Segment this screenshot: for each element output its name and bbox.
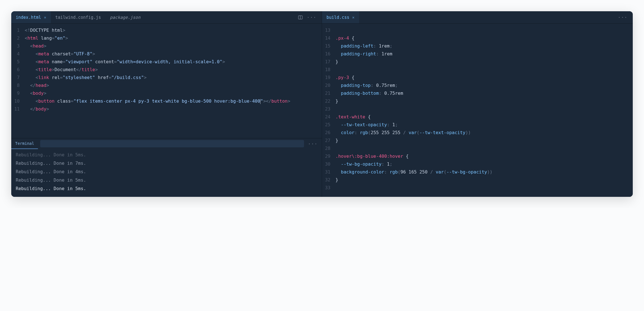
line-number: 9 (11, 89, 25, 97)
right-code-area[interactable]: 1314.px-4 {15 padding-left: 1rem;16 padd… (322, 24, 633, 197)
right-tab-actions: ··· (615, 15, 631, 20)
terminal-output[interactable]: Rebuilding... Done in 5ms.Rebuilding... … (11, 149, 322, 197)
code-content: .px-4 { (335, 34, 633, 42)
line-number: 15 (322, 42, 335, 50)
line-number: 22 (322, 97, 335, 105)
tab-label: tailwind.config.js (55, 15, 101, 20)
code-line: 7 <link rel="stylesheet" href="/build.cs… (11, 74, 322, 82)
code-line: 24.text-white { (322, 113, 633, 121)
tab-label: build.css (326, 15, 349, 20)
code-content: .hover\:bg-blue-400:hover { (335, 152, 633, 160)
terminal-line: Rebuilding... Done in 5ms. (16, 151, 317, 159)
code-line: 27} (322, 137, 633, 145)
code-line: 8 </head> (11, 82, 322, 89)
code-content: } (335, 137, 633, 145)
code-line: 9 <body> (11, 89, 322, 97)
line-number: 27 (322, 137, 335, 145)
code-line: 10 <button class="flex items-center px-4… (11, 97, 322, 105)
code-line: 1<!DOCTYPE html> (11, 26, 322, 34)
code-content: <html lang="en"> (25, 34, 322, 42)
code-line: 4 <meta charset="UTF-8"> (11, 50, 322, 58)
terminal-tab-label: Terminal (15, 141, 34, 146)
terminal-line: Rebuilding... Done in 5ms. (16, 184, 317, 193)
code-line: 31 background-color: rgb(96 165 250 / va… (322, 168, 633, 176)
code-line: 13 (322, 26, 633, 34)
line-number: 5 (11, 58, 25, 66)
line-number: 14 (322, 34, 335, 42)
code-line: 32} (322, 176, 633, 184)
code-line: 33 (322, 184, 633, 192)
code-line: 22} (322, 97, 633, 105)
more-icon[interactable]: ··· (307, 15, 317, 20)
code-content: <head> (25, 42, 322, 50)
line-number: 3 (11, 42, 25, 50)
code-content: } (335, 176, 633, 184)
code-content: <button class="flex items-center px-4 py… (25, 97, 322, 105)
line-number: 24 (322, 113, 335, 121)
code-line: 29.hover\:bg-blue-400:hover { (322, 152, 633, 160)
terminal-line: Rebuilding... Done in 7ms. (16, 159, 317, 168)
code-line: 11 </body> (11, 105, 322, 113)
line-number: 25 (322, 121, 335, 129)
line-number: 20 (322, 82, 335, 89)
close-icon[interactable]: × (44, 15, 46, 20)
line-number: 23 (322, 105, 335, 113)
tab-index-html[interactable]: index.html× (11, 11, 51, 23)
code-content: --tw-bg-opacity: 1; (335, 160, 633, 168)
code-content: .py-3 { (335, 74, 633, 82)
code-line: 23 (322, 105, 633, 113)
line-number: 8 (11, 82, 25, 89)
code-line: 15 padding-left: 1rem; (322, 42, 633, 50)
code-content: </head> (25, 82, 322, 89)
code-line: 18 (322, 66, 633, 74)
tab-label: package.json (110, 15, 140, 20)
more-icon[interactable]: ··· (618, 15, 628, 20)
code-line: 25 --tw-text-opacity: 1; (322, 121, 633, 129)
left-pane: index.html×tailwind.config.jspackage.jso… (11, 11, 322, 197)
code-line: 16 padding-right: 1rem (322, 50, 633, 58)
code-line: 3 <head> (11, 42, 322, 50)
close-icon[interactable]: × (352, 15, 354, 20)
line-number: 29 (322, 152, 335, 160)
line-number: 16 (322, 50, 335, 58)
code-content: } (335, 58, 633, 66)
tab-tailwind-config-js[interactable]: tailwind.config.js (51, 11, 106, 23)
line-number: 6 (11, 66, 25, 74)
line-number: 32 (322, 176, 335, 184)
code-content: color: rgb(255 255 255 / var(--tw-text-o… (335, 129, 633, 137)
left-code-area[interactable]: 1<!DOCTYPE html>2<html lang="en">3 <head… (11, 24, 322, 138)
split-editor-icon[interactable] (298, 15, 303, 20)
code-content: <link rel="stylesheet" href="/build.css"… (25, 74, 322, 82)
terminal-search-input[interactable] (40, 140, 304, 147)
code-line: 2<html lang="en"> (11, 34, 322, 42)
terminal-panel: Terminal ··· Rebuilding... Done in 5ms.R… (11, 138, 322, 197)
line-number: 4 (11, 50, 25, 58)
code-content: <title>Document</title> (25, 66, 322, 74)
line-number: 13 (322, 26, 335, 34)
tab-package-json[interactable]: package.json (105, 11, 145, 23)
line-number: 1 (11, 26, 25, 34)
code-content: padding-left: 1rem; (335, 42, 633, 50)
code-line: 6 <title>Document</title> (11, 66, 322, 74)
right-pane: build.css× ··· 1314.px-4 {15 padding-lef… (322, 11, 633, 197)
code-content: <meta charset="UTF-8"> (25, 50, 322, 58)
code-line: 17} (322, 58, 633, 66)
tab-build-css[interactable]: build.css× (322, 11, 359, 23)
code-content: <meta name="viewport" content="width=dev… (25, 58, 322, 66)
code-line: 21 padding-bottom: 0.75rem (322, 89, 633, 97)
code-line: 20 padding-top: 0.75rem; (322, 82, 633, 89)
line-number: 7 (11, 74, 25, 82)
code-content: padding-top: 0.75rem; (335, 82, 633, 89)
code-content: <!DOCTYPE html> (25, 26, 322, 34)
line-number: 19 (322, 74, 335, 82)
code-line: 28 (322, 145, 633, 152)
tab-label: index.html (16, 15, 41, 20)
line-number: 30 (322, 160, 335, 168)
more-icon[interactable]: ··· (306, 141, 319, 147)
line-number: 10 (11, 97, 25, 105)
line-number: 17 (322, 58, 335, 66)
line-number: 28 (322, 145, 335, 152)
code-line: 30 --tw-bg-opacity: 1; (322, 160, 633, 168)
terminal-tab[interactable]: Terminal (11, 138, 38, 149)
code-line: 5 <meta name="viewport" content="width=d… (11, 58, 322, 66)
